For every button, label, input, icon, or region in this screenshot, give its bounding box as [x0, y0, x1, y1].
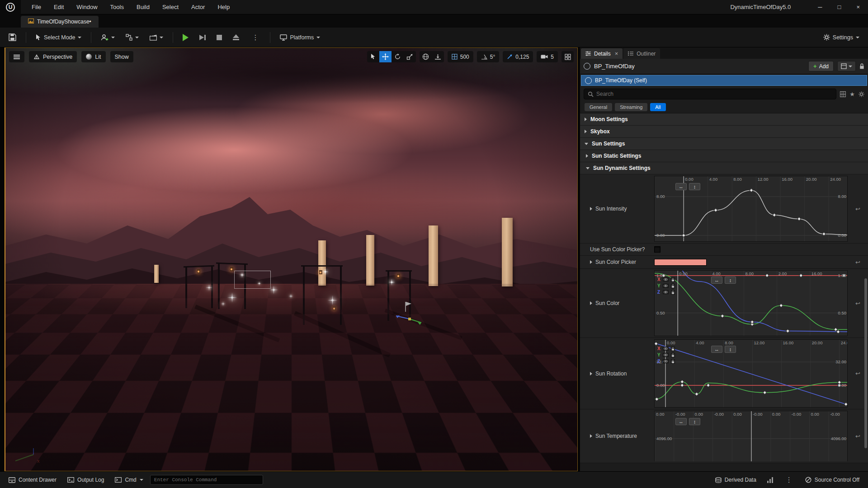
fit-horizontal-button[interactable]: ↔	[675, 183, 687, 190]
close-button[interactable]: ×	[856, 4, 860, 10]
scale-tool-button[interactable]	[404, 51, 416, 62]
lock-icon[interactable]	[671, 284, 675, 288]
revert-icon[interactable]: ↩	[855, 259, 860, 266]
grid-snap-control[interactable]: 500	[448, 51, 473, 62]
expander-icon[interactable]	[590, 434, 592, 438]
maximize-button[interactable]: □	[838, 4, 841, 10]
move-tool-button[interactable]	[379, 51, 392, 62]
select-tool-button[interactable]	[367, 51, 379, 62]
filter-general[interactable]: General	[585, 103, 612, 111]
expander-icon[interactable]	[590, 301, 592, 305]
lock-icon[interactable]	[671, 353, 675, 357]
rotation-snap-control[interactable]: 5°	[477, 51, 499, 62]
display-options-icon[interactable]	[840, 91, 846, 97]
lock-icon[interactable]	[671, 277, 675, 282]
output-log-button[interactable]: Output Log	[63, 474, 108, 486]
eye-icon[interactable]	[663, 277, 669, 282]
filter-streaming[interactable]: Streaming	[615, 103, 647, 111]
eye-icon[interactable]	[663, 347, 669, 351]
menu-tools[interactable]: Tools	[104, 0, 130, 14]
eye-icon[interactable]	[663, 359, 669, 363]
eye-icon[interactable]	[663, 284, 669, 288]
lock-icon[interactable]	[671, 359, 675, 364]
source-control-button[interactable]: Source Control Off	[801, 474, 863, 486]
select-mode-dropdown[interactable]: Select Mode	[32, 31, 85, 44]
revert-icon[interactable]: ↩	[855, 300, 860, 307]
show-dropdown[interactable]: Show	[110, 51, 133, 62]
fit-vertical-button[interactable]: ↕	[725, 346, 736, 353]
lock-icon[interactable]	[859, 63, 864, 69]
section-sun-settings[interactable]: Sun Settings	[580, 138, 868, 150]
menu-actor[interactable]: Actor	[185, 0, 211, 14]
sun-color-picker-swatch[interactable]	[654, 259, 707, 266]
add-actor-dropdown[interactable]	[97, 31, 119, 44]
edit-blueprint-button[interactable]	[837, 61, 856, 71]
content-drawer-button[interactable]: Content Drawer	[5, 474, 61, 486]
rotate-tool-button[interactable]	[392, 51, 404, 62]
section-sun-static-settings[interactable]: Sun Static Settings	[580, 150, 868, 162]
close-details-tab-icon[interactable]: ×	[615, 50, 618, 57]
eject-button[interactable]	[229, 31, 243, 44]
blueprints-dropdown[interactable]	[122, 31, 143, 44]
scrollbar-thumb[interactable]	[864, 278, 867, 448]
fit-vertical-button[interactable]: ↕	[689, 183, 700, 190]
translate-gizmo[interactable]	[392, 310, 424, 328]
search-input[interactable]	[596, 91, 832, 97]
section-sun-dynamic-settings[interactable]: Sun Dynamic Settings	[580, 162, 868, 174]
unreal-logo-icon[interactable]: U	[0, 0, 21, 14]
world-local-toggle[interactable]	[420, 51, 432, 62]
menu-build[interactable]: Build	[130, 0, 156, 14]
expander-icon[interactable]	[590, 372, 592, 375]
search-box[interactable]	[584, 89, 836, 99]
view-settings-gear-icon[interactable]	[859, 91, 864, 97]
menu-window[interactable]: Window	[70, 0, 104, 14]
tab-timeofdayshowcase[interactable]: TimeOfDayShowcase•	[21, 16, 99, 28]
menu-edit[interactable]: Edit	[47, 0, 70, 14]
fit-horizontal-button[interactable]: ↔	[675, 418, 687, 425]
play-button[interactable]	[179, 31, 193, 44]
fit-horizontal-button[interactable]: ↔	[711, 346, 722, 353]
settings-dropdown[interactable]: Settings	[819, 31, 863, 44]
revert-icon[interactable]: ↩	[855, 206, 860, 212]
revert-icon[interactable]: ↩	[855, 370, 860, 377]
play-options-menu[interactable]: ⋮	[246, 31, 264, 44]
add-component-button[interactable]: + Add	[808, 61, 834, 71]
performance-button[interactable]	[763, 474, 777, 486]
viewport[interactable]: x Perspective Lit Show	[5, 47, 578, 471]
lock-icon[interactable]	[671, 290, 675, 295]
minimize-button[interactable]: ─	[818, 4, 822, 10]
camera-speed-control[interactable]: 5	[537, 51, 558, 62]
section-skybox[interactable]: Skybox	[580, 126, 868, 138]
maximize-viewport-button[interactable]	[561, 51, 574, 62]
status-options-menu[interactable]: ⋮	[780, 474, 798, 486]
surface-snap-toggle[interactable]	[432, 51, 444, 62]
eye-icon[interactable]	[663, 353, 669, 357]
revert-icon[interactable]: ↩	[855, 433, 860, 440]
menu-help[interactable]: Help	[211, 0, 236, 14]
perspective-dropdown[interactable]: Perspective	[29, 51, 77, 62]
section-moon-settings[interactable]: Moon Settings	[580, 113, 868, 126]
viewport-options-button[interactable]	[9, 51, 24, 62]
sun-color-curve-editor[interactable]: 0.004.008.002.0016.001.000.501.000.50	[654, 270, 848, 336]
sun-rotation-curve-editor[interactable]: 0.004.008.0012.0016.0020.0024.032.000.00…	[654, 339, 848, 408]
eye-icon[interactable]	[663, 290, 669, 294]
component-self-item[interactable]: BP_TimeOfDay (Self)	[581, 75, 867, 86]
fit-vertical-button[interactable]: ↕	[725, 277, 736, 284]
lock-icon[interactable]	[671, 347, 675, 351]
platforms-dropdown[interactable]: Platforms	[276, 31, 324, 44]
fit-vertical-button[interactable]: ↕	[689, 418, 700, 425]
details-scrollbar[interactable]	[864, 237, 867, 467]
cmd-dropdown[interactable]: Cmd	[111, 474, 147, 486]
filter-all[interactable]: All	[650, 103, 665, 111]
tab-outliner[interactable]: Outliner	[623, 48, 660, 59]
save-button[interactable]	[5, 31, 20, 44]
derived-data-button[interactable]: Derived Data	[711, 474, 760, 486]
scale-snap-control[interactable]: 0,125	[503, 51, 533, 62]
cinematics-dropdown[interactable]	[146, 31, 167, 44]
expander-icon[interactable]	[590, 260, 592, 264]
favorites-star-icon[interactable]: ★	[849, 91, 855, 98]
tab-details[interactable]: Details ×	[581, 48, 623, 59]
view-mode-dropdown[interactable]: Lit	[81, 51, 105, 62]
stop-button[interactable]	[212, 31, 226, 44]
menu-select[interactable]: Select	[156, 0, 185, 14]
